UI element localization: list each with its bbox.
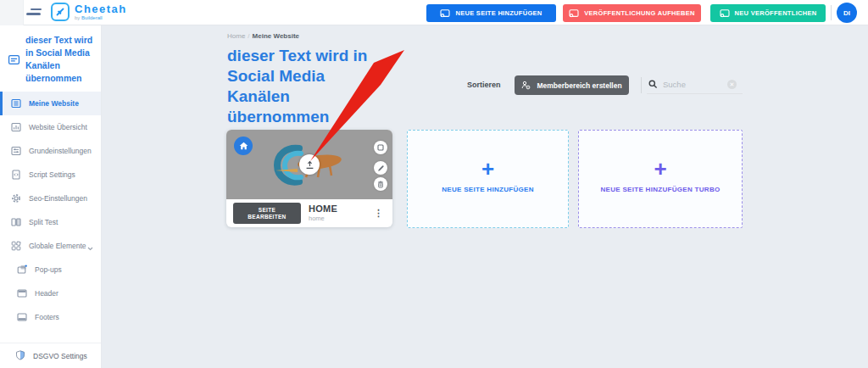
create-member-area-label: Memberbereich erstellen bbox=[537, 81, 621, 90]
toolbar-divider bbox=[641, 77, 642, 93]
upload-thumbnail-button[interactable] bbox=[299, 154, 320, 175]
split-icon bbox=[10, 217, 21, 227]
sidebar-item-label: Globale Elemente bbox=[29, 242, 86, 250]
edit-page-main-button[interactable]: SEITE BEARBEITEN bbox=[233, 203, 301, 224]
sidebar-item-popups[interactable]: Pop-ups bbox=[0, 258, 101, 282]
sidebar-site-title: dieser Text wird in Social Media Kanälen… bbox=[0, 25, 101, 92]
pencil-icon bbox=[377, 164, 385, 172]
add-turbo-card-label: NEUE SEITE HINZUFÜGEN TURBO bbox=[601, 186, 721, 193]
sidebar-item-label: Grundeinstellungen bbox=[29, 147, 92, 155]
sidebar-item-label: Footers bbox=[35, 313, 59, 321]
home-icon bbox=[239, 142, 248, 150]
add-page-card[interactable]: + NEUE SEITE HINZUFÜGEN bbox=[407, 130, 569, 228]
sidebar-item-label: DSGVO Settings bbox=[33, 352, 87, 360]
user-avatar[interactable]: DI bbox=[837, 3, 857, 23]
page-card-footer: SEITE BEARBEITEN HOME home ⋮ bbox=[226, 199, 392, 227]
upload-icon bbox=[305, 160, 314, 170]
sidebar-item-label: Split Test bbox=[29, 218, 58, 226]
page-card-meta: HOME home bbox=[309, 204, 337, 222]
member-gear-icon bbox=[521, 81, 531, 90]
sidebar-item-label: Header bbox=[35, 289, 58, 298]
republish-button[interactable]: NEU VERÖFFENTLICHEN bbox=[710, 4, 826, 22]
sidebar: dieser Text wird in Social Media Kanälen… bbox=[0, 25, 102, 368]
header-icon bbox=[16, 288, 27, 298]
page-slug: home bbox=[309, 215, 337, 222]
sidebar-item-header[interactable]: Header bbox=[0, 282, 101, 305]
unpublish-button[interactable]: VERÖFFENTLICHUNG AUFHEBEN bbox=[563, 4, 701, 22]
search-box: ✕ bbox=[647, 75, 743, 94]
add-page-card-label: NEUE SEITE HINZUFÜGEN bbox=[442, 186, 534, 193]
site-title-text: dieser Text wird in Social Media Kanälen… bbox=[25, 34, 95, 85]
unpublish-label: VERÖFFENTLICHUNG AUFHEBEN bbox=[584, 9, 695, 17]
search-clear-icon[interactable]: ✕ bbox=[727, 80, 737, 89]
sidebar-item-dsgvo-settings[interactable]: DSGVO Settings bbox=[0, 343, 101, 368]
page-add-icon bbox=[440, 9, 450, 18]
search-icon bbox=[648, 80, 658, 89]
top-bar: Cheetah by Builderall NEUE SEITE HINZUFÜ… bbox=[0, 0, 868, 25]
sidebar-item-footers[interactable]: Footers bbox=[0, 305, 101, 329]
logo-brand: Cheetah bbox=[75, 3, 127, 14]
grid-icon bbox=[10, 241, 21, 251]
sidebar-item-label: Meine Website bbox=[29, 99, 79, 108]
page-unpublish-icon bbox=[569, 9, 579, 18]
sidebar-item-globale-elemente[interactable]: Globale Elemente bbox=[0, 234, 101, 258]
plus-icon: + bbox=[654, 159, 666, 178]
edit-page-button[interactable] bbox=[374, 161, 387, 175]
logo-text: Cheetah by Builderall bbox=[75, 3, 127, 20]
republish-label: NEU VERÖFFENTLICHEN bbox=[735, 9, 817, 17]
breadcrumb-home-link[interactable]: Home bbox=[227, 32, 245, 40]
delete-page-button[interactable] bbox=[374, 177, 387, 191]
menu-toggle-icon[interactable] bbox=[26, 8, 43, 17]
page-thumbnail[interactable] bbox=[226, 130, 392, 199]
sidebar-item-label: Script Settings bbox=[29, 170, 75, 179]
chart-icon bbox=[10, 122, 21, 132]
sidebar-item-script-settings[interactable]: Script Settings bbox=[0, 163, 101, 187]
sidebar-item-website-uebersicht[interactable]: Website Übersicht bbox=[0, 115, 101, 139]
gear-icon bbox=[10, 193, 21, 204]
page-card-home: SEITE BEARBEITEN HOME home ⋮ bbox=[226, 130, 392, 227]
pages-icon bbox=[10, 98, 21, 109]
create-member-area-button[interactable]: Memberbereich erstellen bbox=[515, 75, 629, 95]
add-page-button[interactable]: NEUE SEITE HINZUFÜGEN bbox=[426, 4, 556, 22]
trash-icon bbox=[377, 181, 384, 188]
add-turbo-page-card[interactable]: + NEUE SEITE HINZUFÜGEN TURBO bbox=[578, 130, 743, 228]
breadcrumb: Home/Meine Website bbox=[227, 32, 299, 40]
footer-icon bbox=[16, 312, 27, 322]
page-publish-icon bbox=[720, 9, 730, 18]
script-icon bbox=[10, 170, 21, 180]
page-name: HOME bbox=[309, 204, 337, 214]
duplicate-page-button[interactable] bbox=[374, 141, 387, 154]
sidebar-item-grundeinstellungen[interactable]: Grundeinstellungen bbox=[0, 139, 101, 163]
sidebar-item-split-test[interactable]: Split Test bbox=[0, 210, 101, 234]
duplicate-icon bbox=[377, 144, 384, 151]
topbar-left-strip bbox=[0, 0, 24, 25]
sidebar-item-label: Website Übersicht bbox=[29, 123, 87, 131]
page-menu-icon[interactable]: ⋮ bbox=[371, 208, 386, 219]
sidebar-item-label: Pop-ups bbox=[35, 265, 62, 274]
topbar-divider bbox=[831, 5, 832, 20]
sidebar-item-seo-einstellungen[interactable]: Seo-Einstellungen bbox=[0, 187, 101, 210]
plus-icon: + bbox=[481, 159, 494, 178]
search-input[interactable] bbox=[663, 80, 722, 89]
shield-icon bbox=[15, 350, 25, 362]
logo-company: Builderall bbox=[81, 15, 103, 20]
sort-control[interactable]: Sortieren bbox=[467, 81, 501, 89]
page-title: dieser Text wird in Social Media Kanälen… bbox=[227, 46, 376, 127]
set-home-button[interactable] bbox=[234, 137, 253, 155]
app-logo[interactable]: Cheetah by Builderall bbox=[51, 3, 127, 21]
sidebar-item-label: Seo-Einstellungen bbox=[29, 194, 87, 203]
add-page-label: NEUE SEITE HINZUFÜGEN bbox=[455, 9, 542, 17]
cheetah-logo-icon bbox=[51, 3, 70, 21]
site-card-icon bbox=[8, 54, 20, 65]
logo-by: by bbox=[75, 15, 80, 20]
popup-icon bbox=[16, 265, 27, 275]
sliders-icon bbox=[10, 146, 21, 156]
sidebar-item-meine-website[interactable]: Meine Website bbox=[0, 92, 101, 115]
breadcrumb-separator: / bbox=[248, 32, 249, 40]
chevron-down-icon bbox=[87, 244, 93, 253]
breadcrumb-current: Meine Website bbox=[253, 32, 299, 40]
